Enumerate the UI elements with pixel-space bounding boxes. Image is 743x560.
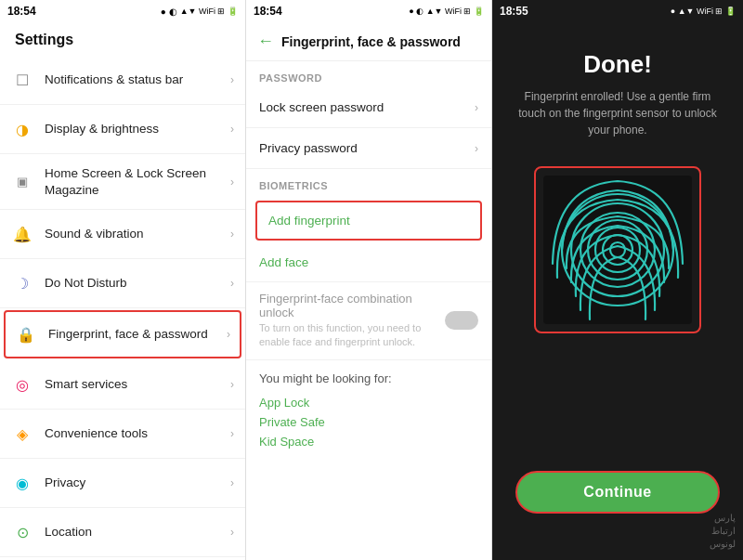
settings-item-fingerprint[interactable]: 🔒 Fingerprint, face & password › [4, 310, 241, 358]
chevron-icon: › [475, 101, 478, 114]
chevron-icon: › [230, 228, 234, 241]
fp-page-title: Fingerprint, face & password [281, 34, 461, 49]
homescreen-label: Home Screen & Lock Screen Magazine [45, 165, 230, 198]
svg-rect-0 [543, 176, 692, 324]
disturb-icon: ☽ [9, 270, 35, 296]
settings-item-location[interactable]: ⊙ Location › [0, 508, 245, 557]
display-label: Display & brightness [45, 121, 230, 137]
combo-row: Fingerprint-face combination unlock To t… [259, 292, 478, 350]
done-description: Fingerprint enrolled! Use a gentle firm … [492, 79, 743, 148]
settings-item-convenience[interactable]: ◈ Convenience tools › [0, 410, 245, 459]
fp-header: ← Fingerprint, face & password [246, 22, 491, 61]
status-time-1: 18:54 [7, 5, 36, 18]
continue-label: Continue [583, 484, 651, 501]
smart-label: Smart services [45, 376, 230, 393]
privacy-password-item[interactable]: Privacy password › [246, 128, 491, 169]
private-safe-link[interactable]: Private Safe [259, 412, 478, 432]
settings-title: Settings [0, 22, 245, 56]
looking-section: You might be looking for: App Lock Priva… [246, 360, 491, 462]
display-icon: ◑ [9, 116, 35, 142]
chevron-icon: › [230, 378, 234, 391]
panel-done: 18:55 ● ▲▼ WiFi ⊞ 🔋 Done! Fingerprint en… [492, 0, 743, 560]
panel-fingerprint: 18:54 ● ◐ ▲▼ WiFi ⊞ 🔋 ← Fingerprint, fac… [246, 0, 492, 560]
sound-icon: 🔔 [9, 221, 35, 247]
biometrics-section-label: BIOMETRICS [246, 169, 491, 195]
watermark: پارسارتباطلونوس [710, 512, 736, 551]
fingerprint-label: Fingerprint, face & password [48, 326, 227, 343]
lock-screen-password-item[interactable]: Lock screen password › [246, 87, 491, 128]
fp-content: PASSWORD Lock screen password › Privacy … [246, 61, 491, 560]
privacy-icon: ◉ [9, 470, 35, 496]
status-bar-2: 18:54 ● ◐ ▲▼ WiFi ⊞ 🔋 [246, 0, 491, 22]
done-title: Done! [583, 50, 652, 79]
combo-toggle[interactable] [445, 311, 478, 330]
convenience-icon: ◈ [9, 421, 35, 447]
fingerprint-image [543, 176, 692, 324]
back-button[interactable]: ← [257, 32, 274, 51]
combo-section: Fingerprint-face combination unlock To t… [246, 282, 491, 360]
status-bar-3: 18:55 ● ▲▼ WiFi ⊞ 🔋 [492, 0, 743, 22]
chevron-icon: › [475, 142, 478, 155]
sound-label: Sound & vibration [45, 226, 230, 242]
notifications-label: Notifications & status bar [45, 72, 230, 88]
homescreen-icon: ▣ [9, 169, 35, 195]
chevron-icon: › [230, 123, 234, 136]
status-time-2: 18:54 [254, 5, 282, 18]
continue-button[interactable]: Continue [515, 471, 720, 514]
kid-space-link[interactable]: Kid Space [259, 432, 478, 451]
chevron-icon: › [230, 277, 234, 290]
chevron-icon: › [230, 176, 234, 189]
add-face-label: Add face [259, 255, 308, 269]
settings-item-display[interactable]: ◑ Display & brightness › [0, 105, 245, 154]
add-fingerprint-item[interactable]: Add fingerprint [255, 201, 482, 241]
fingerprint-image-container [534, 166, 701, 333]
panel-settings: 18:54 ● ◐ ▲▼ WiFi ⊞ 🔋 Settings ☐ Notific… [0, 0, 246, 560]
chevron-icon: › [230, 526, 234, 539]
status-icons-3: ● ▲▼ WiFi ⊞ 🔋 [671, 7, 736, 16]
settings-item-privacy[interactable]: ◉ Privacy › [0, 459, 245, 508]
chevron-icon: › [230, 73, 234, 86]
fingerprint-icon: 🔒 [13, 321, 39, 347]
combo-desc: To turn on this function, you need to en… [259, 321, 437, 350]
combo-title: Fingerprint-face combination unlock [259, 292, 437, 319]
chevron-icon: › [230, 427, 234, 440]
settings-item-homescreen[interactable]: ▣ Home Screen & Lock Screen Magazine › [0, 154, 245, 210]
status-icons-1: ● ◐ ▲▼ WiFi ⊞ 🔋 [161, 7, 238, 17]
settings-item-notifications[interactable]: ☐ Notifications & status bar › [0, 56, 245, 105]
app-lock-link[interactable]: App Lock [259, 393, 478, 412]
settings-item-disturb[interactable]: ☽ Do Not Disturb › [0, 259, 245, 308]
location-label: Location [45, 524, 230, 540]
chevron-icon: › [230, 476, 234, 489]
status-time-3: 18:55 [500, 5, 528, 18]
looking-title: You might be looking for: [259, 371, 478, 385]
settings-item-smart[interactable]: ◎ Smart services › [0, 360, 245, 410]
settings-list: ☐ Notifications & status bar › ◑ Display… [0, 56, 245, 560]
disturb-label: Do Not Disturb [45, 275, 230, 292]
password-section-label: PASSWORD [246, 61, 491, 87]
add-fingerprint-label: Add fingerprint [268, 214, 469, 228]
chevron-icon: › [227, 328, 230, 341]
lock-screen-label: Lock screen password [259, 100, 475, 114]
privacy-password-label: Privacy password [259, 141, 475, 155]
convenience-label: Convenience tools [45, 425, 230, 442]
status-icons-2: ● ◐ ▲▼ WiFi ⊞ 🔋 [409, 7, 484, 16]
settings-item-sound[interactable]: 🔔 Sound & vibration › [0, 210, 245, 259]
status-bar-1: 18:54 ● ◐ ▲▼ WiFi ⊞ 🔋 [0, 0, 245, 22]
notifications-icon: ☐ [9, 67, 35, 93]
add-face-item[interactable]: Add face [246, 242, 491, 282]
location-icon: ⊙ [9, 519, 35, 545]
smart-icon: ◎ [9, 371, 35, 397]
privacy-label: Privacy [45, 475, 230, 491]
